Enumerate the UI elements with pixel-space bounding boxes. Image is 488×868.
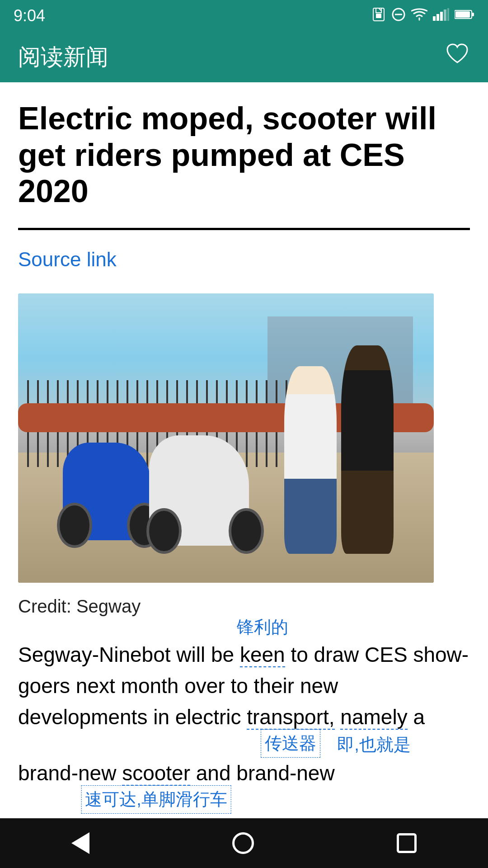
signal-icon (433, 8, 449, 24)
person-1 (284, 366, 337, 554)
wifi-icon (411, 8, 427, 24)
transport-word: transport, (247, 705, 334, 730)
sim-icon (371, 7, 386, 25)
do-not-disturb-icon (391, 7, 406, 25)
svg-rect-12 (472, 13, 474, 16)
svg-rect-6 (433, 16, 436, 21)
battery-icon (455, 9, 474, 23)
status-icons (371, 7, 474, 25)
tooltip-transport-translation: 传送器 (261, 729, 320, 758)
app-bar-title: 阅读新闻 (18, 42, 108, 72)
tooltip-keen[interactable]: 锋利的 keen (240, 639, 285, 670)
person-2 (341, 345, 394, 554)
back-icon (71, 832, 89, 854)
article-body: Segway-Ninebot will be 锋利的 keen to draw … (18, 639, 470, 814)
tooltip-keen-translation: 锋利的 (237, 614, 288, 640)
article-content: Electric moped, scooter will get riders … (0, 82, 488, 814)
svg-rect-10 (447, 8, 449, 21)
favorite-button[interactable] (445, 42, 470, 73)
home-icon (232, 832, 254, 854)
keen-word: keen (240, 643, 285, 667)
svg-rect-8 (440, 12, 443, 21)
home-button[interactable] (214, 823, 272, 863)
people-image (284, 345, 401, 554)
scooter-word: scooter (122, 761, 190, 786)
status-time: 9:04 (14, 6, 45, 25)
tooltip-scooter[interactable]: 速可达,单脚滑行车 scooter (122, 758, 190, 789)
body-text-5: and brand-new (190, 761, 335, 785)
status-bar: 9:04 (0, 0, 488, 32)
white-scooter (143, 392, 267, 553)
body-text-3 (335, 705, 341, 729)
svg-rect-9 (444, 9, 446, 21)
article-title: Electric moped, scooter will get riders … (18, 100, 470, 210)
tooltip-namely[interactable]: 即,也就是 namely (340, 702, 407, 733)
source-link[interactable]: Source link (18, 248, 470, 271)
recent-icon (397, 833, 417, 853)
app-bar: 阅读新闻 (0, 32, 488, 82)
recent-button[interactable] (379, 824, 435, 862)
tooltip-scooter-translation: 速可达,单脚滑行车 (81, 785, 231, 814)
article-image (18, 293, 434, 583)
article-image-container (18, 293, 470, 583)
tooltip-namely-translation: 即,也就是 (337, 732, 411, 758)
title-divider (18, 228, 470, 230)
bottom-navigation (0, 818, 488, 868)
tooltip-transport[interactable]: 传送器 transport, (247, 702, 334, 733)
back-button[interactable] (53, 823, 108, 863)
svg-rect-13 (455, 11, 470, 18)
image-credit: Credit: Segway (18, 596, 470, 617)
namely-word: namely (340, 705, 407, 730)
svg-rect-1 (376, 14, 381, 18)
body-text-1: Segway-Ninebot will be (18, 643, 240, 666)
svg-rect-7 (436, 14, 439, 21)
